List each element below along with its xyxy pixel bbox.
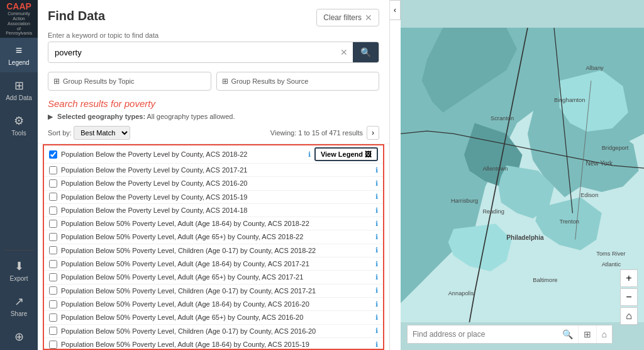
result-text: Population Below 50% Poverty Level, Adul… xyxy=(61,340,373,349)
result-text: Population Below 50% Poverty Level, Chil… xyxy=(61,246,373,255)
map-grid-button[interactable]: ⊞ xyxy=(578,325,596,343)
info-icon[interactable]: ℹ xyxy=(375,313,378,322)
clear-filters-button[interactable]: Clear filters ✕ xyxy=(316,9,379,26)
map-location-button[interactable]: ⌂ xyxy=(596,325,612,343)
sidebar-item-tools[interactable]: ⚙ Tools xyxy=(0,108,38,143)
group-buttons: ⊞ Group Results by Topic ⊞ Group Results… xyxy=(38,68,389,94)
result-item: Population Below 50% Poverty Level, Chil… xyxy=(44,285,383,298)
info-icon[interactable]: ℹ xyxy=(375,233,378,241)
sidebar-item-share[interactable]: ↗ Share xyxy=(0,288,38,324)
next-page-button[interactable]: › xyxy=(367,126,379,140)
result-checkbox[interactable] xyxy=(49,193,57,201)
result-item: → Population Below the Poverty Level by … xyxy=(44,145,383,164)
map-search-button[interactable]: 🔍 xyxy=(557,325,578,343)
results-list: → Population Below the Poverty Level by … xyxy=(43,144,384,350)
result-text: Population Below 50% Poverty Level, Adul… xyxy=(61,313,373,322)
expand-icon: ⊕ xyxy=(14,330,24,344)
info-icon[interactable]: ℹ xyxy=(375,193,378,201)
search-clear-icon[interactable]: ✕ xyxy=(335,47,353,57)
svg-text:Albany: Albany xyxy=(586,65,604,71)
svg-text:Baltimore: Baltimore xyxy=(533,277,557,283)
result-checkbox[interactable] xyxy=(49,300,57,308)
result-item: Population Below 50% Poverty Level, Adul… xyxy=(44,298,383,311)
sort-select[interactable]: Best Match xyxy=(74,126,130,140)
info-icon[interactable]: ℹ xyxy=(375,327,378,335)
collapse-panel-button[interactable]: ‹ xyxy=(390,0,401,20)
result-checkbox[interactable] xyxy=(49,260,57,268)
info-icon[interactable]: ℹ xyxy=(308,150,311,159)
result-checkbox[interactable] xyxy=(49,179,57,188)
result-checkbox[interactable] xyxy=(49,206,57,215)
result-checkbox[interactable] xyxy=(49,273,57,281)
info-icon[interactable]: ℹ xyxy=(375,341,378,349)
info-icon[interactable]: ℹ xyxy=(375,300,378,308)
result-item: Population Below the Poverty Level by Co… xyxy=(44,191,383,204)
result-checkbox[interactable] xyxy=(49,327,57,335)
result-checkbox[interactable] xyxy=(49,150,57,159)
info-icon[interactable]: ℹ xyxy=(375,260,378,268)
geo-arrow-icon: ▶ xyxy=(48,113,53,120)
svg-text:Binghamton: Binghamton xyxy=(554,97,585,103)
sort-by-label: Sort by: xyxy=(48,129,72,137)
sidebar-bottom: ⬇ Export ↗ Share ⊕ xyxy=(0,247,38,350)
sidebar-item-legend-label: Legend xyxy=(8,59,29,66)
info-icon[interactable]: ℹ xyxy=(375,273,378,281)
group-topic-label: Group Results by Topic xyxy=(63,77,135,85)
view-legend-button[interactable]: View Legend 🖼 xyxy=(314,147,378,161)
share-icon: ↗ xyxy=(14,295,24,308)
result-checkbox[interactable] xyxy=(49,233,57,241)
svg-text:New York: New York xyxy=(586,160,613,167)
panel-header: Find Data Clear filters ✕ xyxy=(38,0,389,31)
result-item: Population Below 50% Poverty Level, Adul… xyxy=(44,338,383,350)
svg-text:Allentown: Allentown xyxy=(482,166,508,172)
result-checkbox[interactable] xyxy=(49,341,57,349)
result-checkbox[interactable] xyxy=(49,246,57,254)
result-checkbox[interactable] xyxy=(49,313,57,322)
info-icon[interactable]: ℹ xyxy=(375,206,378,215)
result-text: Population Below 50% Poverty Level, Adul… xyxy=(61,273,373,281)
result-item: Population Below 50% Poverty Level, Adul… xyxy=(44,311,383,324)
map-search-input[interactable] xyxy=(408,325,557,343)
svg-text:Scranton: Scranton xyxy=(491,115,514,121)
sidebar: CAAP CommunityActionAssociationof Pennsy… xyxy=(0,0,38,350)
info-icon[interactable]: ℹ xyxy=(375,179,378,188)
group-by-topic-button[interactable]: ⊞ Group Results by Topic xyxy=(48,72,211,91)
zoom-out-button[interactable]: − xyxy=(620,288,638,306)
svg-text:Reading: Reading xyxy=(482,208,504,215)
result-item: Population Below 50% Poverty Level, Chil… xyxy=(44,244,383,257)
viewing-section: Viewing: 1 to 15 of 471 results › xyxy=(270,126,379,140)
sidebar-item-share-label: Share xyxy=(11,310,28,317)
zoom-in-button[interactable]: + xyxy=(620,269,638,287)
app-logo: CAAP CommunityActionAssociationof Pennsy… xyxy=(0,0,38,38)
info-icon[interactable]: ℹ xyxy=(375,166,378,174)
info-icon[interactable]: ℹ xyxy=(375,220,378,228)
result-checkbox[interactable] xyxy=(49,220,57,228)
search-button[interactable]: 🔍 xyxy=(353,42,379,62)
results-title: Search results for poverty xyxy=(48,98,155,109)
result-item: Population Below 50% Poverty Level, Adul… xyxy=(44,217,383,230)
info-icon[interactable]: ℹ xyxy=(375,246,378,254)
group-by-source-button[interactable]: ⊞ Group Results by Source xyxy=(216,72,380,91)
result-item: Population Below 50% Poverty Level, Adul… xyxy=(44,230,383,244)
result-text: Population Below 50% Poverty Level, Chil… xyxy=(61,327,373,336)
svg-text:Edison: Edison xyxy=(580,192,598,198)
sidebar-item-add-data[interactable]: ⊞ Add Data xyxy=(0,72,38,108)
sidebar-item-expand[interactable]: ⊕ xyxy=(0,324,38,350)
export-icon: ⬇ xyxy=(14,259,24,273)
info-icon[interactable]: ℹ xyxy=(375,286,378,295)
logo-text: CAAP xyxy=(4,2,34,11)
map-area: Scranton Allentown Harrisburg Reading Ph… xyxy=(401,0,644,350)
find-data-panel: Find Data Clear filters ✕ Enter a keywor… xyxy=(38,0,390,350)
clear-filters-icon: ✕ xyxy=(365,13,372,23)
result-checkbox[interactable] xyxy=(49,166,57,174)
svg-text:Atlantic: Atlantic xyxy=(602,261,621,268)
sidebar-item-legend[interactable]: ≡ Legend xyxy=(0,38,38,72)
sidebar-item-export[interactable]: ⬇ Export xyxy=(0,253,38,288)
home-button[interactable]: ⌂ xyxy=(620,307,638,325)
result-checkbox[interactable] xyxy=(49,286,57,295)
sidebar-item-tools-label: Tools xyxy=(11,130,26,137)
result-text: Population Below the Poverty Level by Co… xyxy=(61,166,373,174)
result-text: Population Below 50% Poverty Level, Adul… xyxy=(61,259,373,268)
search-input[interactable] xyxy=(48,43,335,62)
sort-row: Sort by: Best Match Viewing: 1 to 15 of … xyxy=(38,123,389,144)
